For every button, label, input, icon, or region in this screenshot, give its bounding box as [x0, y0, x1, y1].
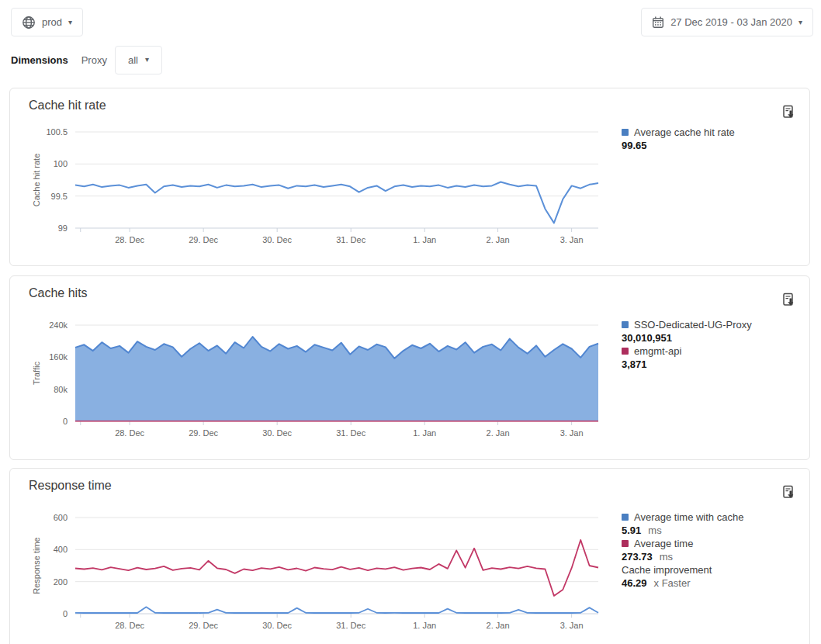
y-tick-label: 99 — [58, 223, 68, 233]
legend-value: 46.29x Faster — [622, 576, 808, 590]
chart-legend: SSO-Dedicated-UG-Proxy30,010,951emgmt-ap… — [622, 318, 808, 371]
y-tick-label: 600 — [54, 513, 68, 522]
y-tick-label: 400 — [54, 545, 68, 554]
y-tick-label: 100.5 — [46, 127, 68, 137]
legend-label: Average time — [622, 537, 808, 550]
date-range-label: 27 Dec 2019 - 03 Jan 2020 — [670, 16, 792, 28]
series-Average time — [75, 540, 598, 596]
x-tick-label: 29. Dec — [189, 428, 218, 438]
x-tick-label: 2. Jan — [487, 235, 510, 244]
x-tick-label: 1. Jan — [413, 621, 436, 630]
report-download-icon[interactable] — [780, 292, 798, 310]
legend-value: 99.65 — [622, 139, 808, 152]
x-tick-label: 3. Jan — [560, 428, 584, 438]
page-title: Cache hit rate — [29, 99, 106, 113]
page-title: Cache hits — [29, 286, 88, 300]
x-tick-label: 3. Jan — [560, 621, 584, 630]
y-tick-label: 200 — [54, 577, 68, 587]
y-axis-title: Response time — [32, 537, 41, 594]
y-axis-title: Cache hit rate — [32, 154, 41, 206]
x-tick-label: 31. Dec — [336, 428, 365, 438]
cache-hits-chart[interactable]: 240k160k80k028. Dec29. Dec30. Dec31. Dec… — [29, 320, 608, 446]
cache-performance-dashboard: { "toolbar": { "env_label": "prod", "dat… — [0, 0, 821, 644]
legend-label: SSO-Dedicated-UG-Proxy — [622, 318, 808, 331]
proxy-filter-dropdown[interactable]: all ▾ — [115, 46, 162, 74]
legend-label: Average cache hit rate — [622, 126, 808, 139]
y-tick-label: 0 — [63, 417, 68, 426]
environment-selector[interactable]: prod ▾ — [11, 8, 83, 36]
chevron-down-icon: ▾ — [68, 19, 72, 26]
x-tick-label: 30. Dec — [262, 428, 292, 438]
panel-response-time: Response time Average time with cache5.9… — [9, 468, 810, 644]
legend-value: 30,010,951 — [622, 331, 808, 345]
y-tick-label: 99.5 — [51, 192, 68, 201]
x-tick-label: 30. Dec — [262, 621, 292, 630]
proxy-filter-value: all — [128, 54, 138, 66]
globe-icon — [22, 16, 36, 29]
panel-cache-hit-rate: Cache hit rate Average cache hit rate99.… — [9, 88, 810, 266]
x-tick-label: 2. Jan — [487, 621, 510, 630]
legend-swatch-icon — [622, 540, 629, 547]
x-tick-label: 1. Jan — [413, 235, 436, 244]
chevron-down-icon: ▾ — [798, 19, 802, 26]
y-tick-label: 160k — [49, 352, 68, 362]
y-tick-label: 80k — [54, 385, 68, 394]
legend-swatch-icon — [622, 348, 629, 355]
page-title: Response time — [29, 479, 112, 493]
x-tick-label: 30. Dec — [262, 235, 292, 244]
y-tick-label: 0 — [63, 609, 68, 618]
y-tick-label: 240k — [49, 320, 68, 330]
legend-label: Average time with cache — [622, 511, 808, 524]
x-tick-label: 31. Dec — [336, 235, 365, 244]
x-tick-label: 28. Dec — [115, 235, 144, 244]
dimensions-filter-row: Dimensions Proxy all ▾ — [11, 45, 162, 74]
legend-value: 273.73ms — [622, 550, 808, 563]
response-time-chart[interactable]: 600400200028. Dec29. Dec30. Dec31. Dec1.… — [29, 513, 608, 639]
legend-label: emgmt-api — [622, 345, 808, 358]
x-tick-label: 3. Jan — [560, 235, 584, 244]
legend-label: Cache improvement — [622, 563, 808, 576]
legend-swatch-icon — [622, 321, 629, 328]
chart-legend: Average time with cache5.91msAverage tim… — [622, 511, 808, 590]
legend-value: 3,871 — [622, 358, 808, 371]
chevron-down-icon: ▾ — [145, 56, 149, 64]
report-download-icon[interactable] — [780, 104, 798, 123]
chart-canvas: 240k160k80k028. Dec29. Dec30. Dec31. Dec… — [29, 320, 608, 443]
x-tick-label: 29. Dec — [189, 235, 218, 244]
chart-canvas: 600400200028. Dec29. Dec30. Dec31. Dec1.… — [29, 513, 608, 635]
legend-swatch-icon — [622, 514, 629, 521]
series-Average time with cache — [75, 607, 598, 613]
chart-legend: Average cache hit rate99.65 — [622, 126, 808, 152]
y-tick-label: 100 — [54, 159, 68, 168]
cache-hit-rate-chart[interactable]: 100.510099.59928. Dec29. Dec30. Dec31. D… — [29, 127, 608, 253]
calendar-icon — [652, 16, 664, 29]
chart-canvas: 100.510099.59928. Dec29. Dec30. Dec31. D… — [29, 127, 608, 250]
x-tick-label: 31. Dec — [336, 621, 365, 630]
x-tick-label: 29. Dec — [189, 621, 218, 630]
y-axis-title: Traffic — [32, 362, 41, 385]
panel-cache-hits: Cache hits SSO-Dedicated-UG-Proxy30,010,… — [9, 275, 810, 460]
legend-value: 5.91ms — [622, 524, 808, 537]
date-range-selector[interactable]: 27 Dec 2019 - 03 Jan 2020 ▾ — [641, 8, 813, 36]
x-tick-label: 1. Jan — [413, 428, 436, 438]
dimensions-label: Dimensions — [11, 54, 68, 66]
x-tick-label: 28. Dec — [115, 621, 144, 630]
legend-swatch-icon — [622, 129, 629, 136]
environment-label: prod — [42, 16, 62, 28]
x-tick-label: 28. Dec — [115, 428, 144, 438]
series-Average cache hit rate — [75, 182, 598, 223]
dimension-name-label: Proxy — [81, 54, 107, 66]
report-download-icon[interactable] — [780, 484, 798, 503]
x-tick-label: 2. Jan — [487, 428, 510, 438]
